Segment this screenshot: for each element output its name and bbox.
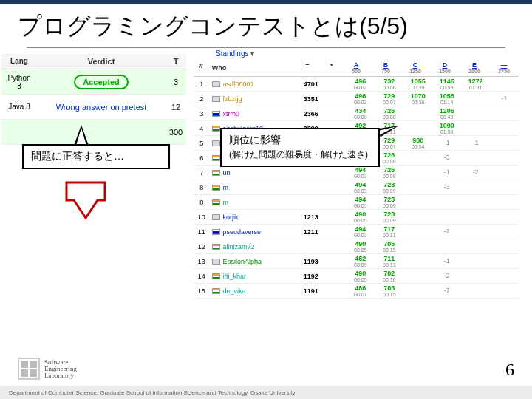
- col-time: T: [166, 54, 186, 69]
- col-lang: Lang: [1, 54, 37, 69]
- submission-row: Java 8Wrong answer on pretest12: [1, 95, 186, 120]
- callout-sub: (解けた問題の難易度・解けた速さ): [229, 147, 371, 161]
- standings-row: 3xtrm0236643400:0872600:08120600:49: [194, 106, 519, 121]
- standings-row: 15de_vika119148600:0770500:15-7: [194, 284, 519, 299]
- col-score-total: =: [293, 62, 322, 74]
- standings-row: 14ifti_khar119249000:0570200:16-2: [194, 269, 519, 284]
- standings-row: 1asdf00001470149600:0273200:06105500:391…: [194, 77, 519, 92]
- standings-row: 11pseudaverse121149400:0371700:11-2: [194, 225, 519, 239]
- col-who: Who: [209, 62, 293, 74]
- standings-row: 10korjik121349000:0572300:09: [194, 210, 519, 225]
- col-rank: #: [194, 62, 209, 74]
- col-verdict: Verdict: [37, 54, 166, 69]
- slide-title: プログラミングコンテストとは(5/5): [0, 4, 532, 44]
- footer-text: Department of Computer Science, Graduate…: [0, 389, 295, 396]
- svg-rect-2: [30, 361, 37, 368]
- standings-panel: # Who = * A500B750C1250D1500E2000—2750 1…: [194, 60, 519, 299]
- submission-row: Python 3Accepted3: [1, 69, 186, 95]
- standings-label: Standings ▾: [216, 50, 254, 58]
- lab-logo: Software Engineering Laboratory: [18, 358, 77, 380]
- standings-row: 13EpsilonAlpha119348200:0971100:13-1: [194, 254, 519, 269]
- page-number: 6: [505, 360, 514, 380]
- standings-row: 7un49400:0372600:08-1-2: [194, 166, 519, 180]
- standings-row: 8m49400:0372300:09: [194, 195, 519, 210]
- svg-rect-1: [21, 361, 28, 368]
- col-hack: *: [322, 62, 341, 74]
- submission-row: 300: [1, 120, 186, 145]
- callout-correct-answer: 問題に正答すると…: [22, 144, 170, 169]
- standings-row: 2fzbztjg335149600:0272900:07107000:36105…: [194, 92, 519, 106]
- callout-rank-effect: 順位に影響 (解けた問題の難易度・解けた速さ): [220, 128, 380, 167]
- logo-icon: [18, 358, 40, 380]
- standings-row: 12alinizam7249000:0570500:15: [194, 239, 519, 254]
- svg-rect-4: [30, 369, 37, 377]
- arrow-down-icon: [65, 181, 106, 219]
- callout-main: 順位に影響: [229, 134, 371, 147]
- submissions-panel: Lang Verdict T Python 3Accepted3Java 8Wr…: [1, 54, 186, 145]
- svg-rect-3: [21, 369, 28, 377]
- standings-row: 8m49400:0372300:09-3: [194, 180, 519, 195]
